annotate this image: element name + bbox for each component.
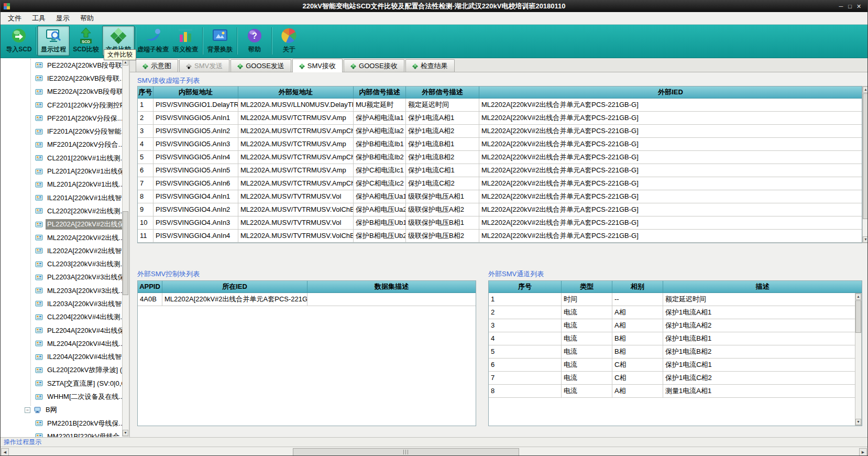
channel-table-row-5[interactable]: 6电流C相保护1电流C相1 <box>489 359 862 372</box>
smv-table-column-header-3[interactable]: 内部信号描述 <box>354 86 406 98</box>
scroll-up-button[interactable]: ▲ <box>855 294 861 300</box>
tree-item-10[interactable]: IL2201A[220kV#1出线智... <box>1 191 122 204</box>
scroll-down-button[interactable]: ▼ <box>855 419 861 425</box>
tree-item-23[interactable]: GL220[220kV故障录波] (... <box>1 364 122 377</box>
titlebar[interactable]: 220kV智能变电站SCD文件比较及配置合法性检测-湖北武汉220kV电校培训班… <box>1 1 867 12</box>
smv-table-row-9[interactable]: 10PISV/SVINGGIO4.AnIn3ML2202A.MUSV/TVTRM… <box>138 216 862 230</box>
tree-item-1[interactable]: IE2202A[220kVB段母联... <box>1 72 122 85</box>
menu-item-2[interactable]: 显示 <box>51 12 75 25</box>
smv-table-row-7[interactable]: 8PISV/SVINGGIO4.AnIn1ML2202A.MUSV/TVTRMU… <box>138 190 862 203</box>
horizontal-scroll-thumb[interactable] <box>293 448 519 456</box>
channel-table-row-7[interactable]: 8电流A相测量1电流A相1 <box>489 385 862 398</box>
toolbar-button-7[interactable]: ?帮助 <box>238 26 271 56</box>
tree-item-0[interactable]: PE2202A[220kVB段母联... <box>1 59 122 72</box>
tree-item-25[interactable]: WHHM[二次设备及在线... <box>1 390 122 403</box>
channel-table-row-4[interactable]: 5电流B相保护1电流B相2 <box>489 345 862 359</box>
smv-table-column-header-2[interactable]: 外部短地址 <box>238 86 354 98</box>
scroll-thumb[interactable] <box>863 93 868 219</box>
smv-table-scrollbar[interactable]: ▲▼ <box>862 86 868 243</box>
smv-table-row-3[interactable]: 4PISV/SVINGGIO5.AnIn3ML2202A.MUSV/TCTRMU… <box>138 138 862 151</box>
toolbar-button-5[interactable]: 语义检查 <box>169 26 202 56</box>
tree-item-17[interactable]: ML2203A[220kV#3出线... <box>1 284 122 297</box>
tab-2[interactable]: GOOSE发送 <box>230 59 291 72</box>
scroll-down-button[interactable]: ▼ <box>863 236 868 243</box>
smv-table-row-6[interactable]: 7PISV/SVINGGIO5.AnIn6ML2202A.MUSV/TCTRMU… <box>138 177 862 190</box>
horizontal-scrollbar[interactable]: ◀ ▶ <box>1 447 867 456</box>
smv-table-column-header-5[interactable]: 外部IED <box>479 86 862 98</box>
control-block-table-column-header-2[interactable]: 数据集描述 <box>307 281 476 292</box>
control-block-table-row-0[interactable]: 4A0BML2202A[220kV#2出线合并单元A套PCS-221GB-G] <box>138 293 476 306</box>
tree-item-6[interactable]: MF2201A[220kV分段合... <box>1 138 122 151</box>
toolbar-button-0[interactable]: 导入SCD <box>3 26 35 56</box>
smv-table-row-4[interactable]: 5PISV/SVINGGIO5.AnIn4ML2202A.MUSV/TCTRMU… <box>138 151 862 164</box>
smv-table-row-5[interactable]: 6PISV/SVINGGIO5.AnIn5ML2202A.MUSV/TCTRMU… <box>138 164 862 177</box>
minimize-button[interactable]: ─ <box>837 3 845 9</box>
tree-item-22[interactable]: IL2204A[220kV#4出线智... <box>1 351 122 364</box>
tree-item-24[interactable]: SZTA[交直流屏] (SV:0|0,G... <box>1 377 122 390</box>
control-block-table-column-header-0[interactable]: APPID <box>138 281 162 292</box>
tree-item-16[interactable]: PL2203A[220kV#3出线保... <box>1 271 122 284</box>
tree-item-9[interactable]: ML2201A[220kV#1出线... <box>1 178 122 191</box>
toolbar-button-1[interactable]: 显示过程 <box>37 26 70 56</box>
channel-table-row-6[interactable]: 7电流C相保护1电流C相2 <box>489 372 862 385</box>
channel-table-scrollbar[interactable]: ▲▼ <box>855 293 862 426</box>
tree-item-21[interactable]: ML2204A[220kV#4出线... <box>1 337 122 350</box>
toolbar-button-4[interactable]: 虚端子检查 <box>137 26 169 56</box>
tree-item-7[interactable]: CL2201[220kV#1出线测... <box>1 151 122 165</box>
tree-item-12[interactable]: PL2202A[220kV#2出线保... <box>1 218 122 231</box>
tree-item-27[interactable]: PM2201B[220kV母线保... <box>1 417 122 430</box>
tab-4[interactable]: GOOSE接收 <box>344 59 404 72</box>
tree-item-18[interactable]: IL2203A[220kV#3出线智... <box>1 297 122 310</box>
smv-table-row-2[interactable]: 3PISV/SVINGGIO5.AnIn2ML2202A.MUSV/TCTRMU… <box>138 125 862 138</box>
smv-table-row-0[interactable]: 1PISV/SVINGGIO1.DelayTRtgML2202A.MUSV/LL… <box>138 99 862 112</box>
tree-item-8[interactable]: PL2201A[220kV#1出线保... <box>1 165 122 178</box>
scroll-right-button[interactable]: ▶ <box>859 448 867 456</box>
channel-table-column-header-3[interactable]: 描述 <box>663 281 862 292</box>
close-button[interactable]: ✕ <box>854 3 863 10</box>
tree-item-26[interactable]: −B网 <box>1 404 122 417</box>
scroll-up-button[interactable]: ▲ <box>863 86 868 93</box>
channel-table-row-0[interactable]: 1时间--额定延迟时间 <box>489 293 862 306</box>
menu-item-1[interactable]: 工具 <box>27 12 51 25</box>
collapse-expander-icon[interactable]: − <box>25 407 30 413</box>
scroll-thumb[interactable] <box>855 300 861 333</box>
tree-item-5[interactable]: IF2201A[220kV分段智能... <box>1 125 122 138</box>
toolbar-button-8[interactable]: 关于 <box>273 26 305 56</box>
tab-3[interactable]: SMV接收 <box>292 59 343 72</box>
tree-item-15[interactable]: CL2203[220kV#3出线测... <box>1 257 122 270</box>
toolbar-button-2[interactable]: SCDSCD比较 <box>70 26 102 56</box>
tree-item-14[interactable]: IL2202A[220kV#2出线智... <box>1 244 122 257</box>
tab-1[interactable]: SMV发送 <box>179 59 229 72</box>
tree-item-4[interactable]: PF2201A[220kV分段保... <box>1 112 122 125</box>
channel-table-column-header-2[interactable]: 相别 <box>612 281 663 292</box>
smv-table-row-8[interactable]: 9PISV/SVINGGIO4.AnIn2ML2202A.MUSV/TVTRMU… <box>138 203 862 216</box>
scroll-down-button[interactable]: ▼ <box>123 430 128 436</box>
channel-table-row-1[interactable]: 2电流A相保护1电流A相1 <box>489 306 862 319</box>
scroll-left-button[interactable]: ◀ <box>1 448 9 456</box>
toolbar-button-6[interactable]: 背景换肤 <box>204 26 236 56</box>
channel-table-column-header-0[interactable]: 序号 <box>489 281 562 292</box>
scroll-thumb[interactable] <box>123 211 128 295</box>
tree-item-28[interactable]: MM2201B[220kV母线合... <box>1 430 122 437</box>
menu-item-0[interactable]: 文件 <box>3 12 27 25</box>
tree-item-13[interactable]: ML2202A[220kV#2出线... <box>1 231 122 244</box>
smv-table-row-10[interactable]: 11PISV/SVINGGIO4.AnIn4ML2202A.MUSV/TVTRM… <box>138 230 862 243</box>
tree-item-11[interactable]: CL2202[220kV#2出线测... <box>1 204 122 218</box>
channel-table-row-2[interactable]: 3电流A相保护1电流A相2 <box>489 319 862 332</box>
channel-table-row-3[interactable]: 4电流B相保护1电流B相1 <box>489 332 862 345</box>
tree-scrollbar[interactable]: ▲▼ <box>122 59 129 437</box>
channel-table-column-header-1[interactable]: 类型 <box>562 281 612 292</box>
menu-item-3[interactable]: 帮助 <box>75 12 99 25</box>
tree-item-3[interactable]: CF2201[220kV分段测控P... <box>1 99 122 112</box>
smv-table-column-header-4[interactable]: 外部信号描述 <box>406 86 479 98</box>
tab-5[interactable]: 检查结果 <box>405 59 455 72</box>
smv-table-column-header-0[interactable]: 序号 <box>138 86 153 98</box>
smv-table-row-1[interactable]: 2PISV/SVINGGIO5.AnIn1ML2202A.MUSV/TCTRMU… <box>138 112 862 125</box>
tree-item-20[interactable]: PL2204A[220kV#4出线保... <box>1 324 122 337</box>
tree-item-2[interactable]: ME2202A[220kVB段母联... <box>1 85 122 99</box>
maximize-button[interactable]: □ <box>845 3 854 9</box>
smv-table-column-header-1[interactable]: 内部短地址 <box>153 86 238 98</box>
tab-0[interactable]: 示意图 <box>136 59 178 72</box>
tree-item-19[interactable]: CL2204[220kV#4出线测... <box>1 311 122 324</box>
control-block-table-column-header-1[interactable]: 所在IED <box>162 281 307 292</box>
